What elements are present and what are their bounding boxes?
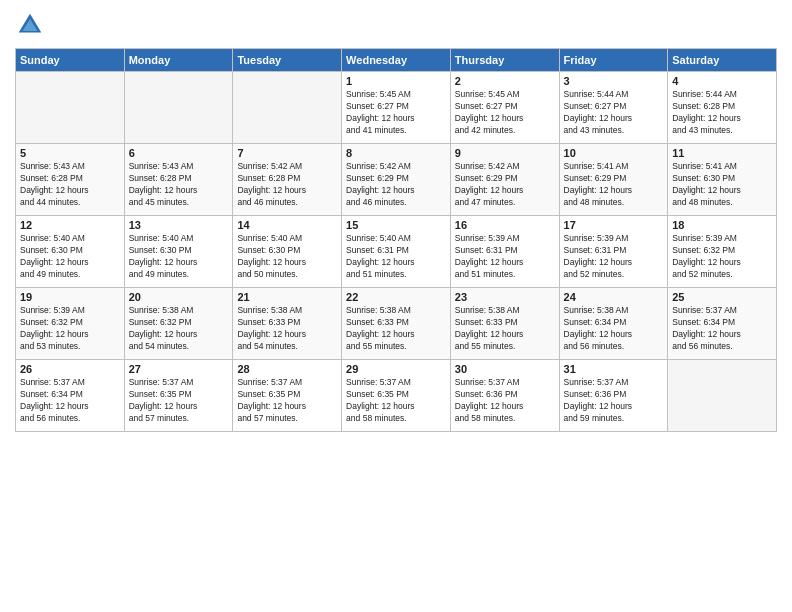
day-info: Sunrise: 5:37 AM Sunset: 6:35 PM Dayligh… <box>346 377 446 425</box>
day-info: Sunrise: 5:45 AM Sunset: 6:27 PM Dayligh… <box>455 89 555 137</box>
calendar-cell: 7Sunrise: 5:42 AM Sunset: 6:28 PM Daylig… <box>233 144 342 216</box>
day-number: 4 <box>672 75 772 87</box>
day-number: 10 <box>564 147 664 159</box>
day-info: Sunrise: 5:37 AM Sunset: 6:34 PM Dayligh… <box>672 305 772 353</box>
day-info: Sunrise: 5:41 AM Sunset: 6:29 PM Dayligh… <box>564 161 664 209</box>
day-number: 8 <box>346 147 446 159</box>
calendar-cell: 3Sunrise: 5:44 AM Sunset: 6:27 PM Daylig… <box>559 72 668 144</box>
day-info: Sunrise: 5:42 AM Sunset: 6:29 PM Dayligh… <box>455 161 555 209</box>
day-number: 19 <box>20 291 120 303</box>
weekday-header: Sunday <box>16 49 125 72</box>
calendar-week-row: 12Sunrise: 5:40 AM Sunset: 6:30 PM Dayli… <box>16 216 777 288</box>
day-number: 5 <box>20 147 120 159</box>
calendar-cell: 21Sunrise: 5:38 AM Sunset: 6:33 PM Dayli… <box>233 288 342 360</box>
calendar-cell: 10Sunrise: 5:41 AM Sunset: 6:29 PM Dayli… <box>559 144 668 216</box>
calendar-cell: 15Sunrise: 5:40 AM Sunset: 6:31 PM Dayli… <box>342 216 451 288</box>
day-info: Sunrise: 5:37 AM Sunset: 6:35 PM Dayligh… <box>237 377 337 425</box>
day-number: 7 <box>237 147 337 159</box>
day-info: Sunrise: 5:42 AM Sunset: 6:28 PM Dayligh… <box>237 161 337 209</box>
day-info: Sunrise: 5:39 AM Sunset: 6:32 PM Dayligh… <box>20 305 120 353</box>
calendar-cell <box>124 72 233 144</box>
day-number: 16 <box>455 219 555 231</box>
day-number: 21 <box>237 291 337 303</box>
weekday-header: Friday <box>559 49 668 72</box>
day-number: 20 <box>129 291 229 303</box>
day-number: 22 <box>346 291 446 303</box>
weekday-header: Thursday <box>450 49 559 72</box>
calendar-cell: 22Sunrise: 5:38 AM Sunset: 6:33 PM Dayli… <box>342 288 451 360</box>
day-number: 3 <box>564 75 664 87</box>
day-number: 26 <box>20 363 120 375</box>
day-number: 28 <box>237 363 337 375</box>
calendar-cell: 25Sunrise: 5:37 AM Sunset: 6:34 PM Dayli… <box>668 288 777 360</box>
calendar-cell: 9Sunrise: 5:42 AM Sunset: 6:29 PM Daylig… <box>450 144 559 216</box>
calendar-table: SundayMondayTuesdayWednesdayThursdayFrid… <box>15 48 777 432</box>
calendar-cell: 31Sunrise: 5:37 AM Sunset: 6:36 PM Dayli… <box>559 360 668 432</box>
day-number: 12 <box>20 219 120 231</box>
day-number: 14 <box>237 219 337 231</box>
calendar-cell: 16Sunrise: 5:39 AM Sunset: 6:31 PM Dayli… <box>450 216 559 288</box>
day-info: Sunrise: 5:38 AM Sunset: 6:34 PM Dayligh… <box>564 305 664 353</box>
header <box>15 10 777 40</box>
day-info: Sunrise: 5:43 AM Sunset: 6:28 PM Dayligh… <box>129 161 229 209</box>
weekday-header-row: SundayMondayTuesdayWednesdayThursdayFrid… <box>16 49 777 72</box>
day-info: Sunrise: 5:44 AM Sunset: 6:28 PM Dayligh… <box>672 89 772 137</box>
weekday-header: Saturday <box>668 49 777 72</box>
page: SundayMondayTuesdayWednesdayThursdayFrid… <box>0 0 792 612</box>
day-info: Sunrise: 5:39 AM Sunset: 6:31 PM Dayligh… <box>564 233 664 281</box>
day-number: 13 <box>129 219 229 231</box>
day-info: Sunrise: 5:37 AM Sunset: 6:36 PM Dayligh… <box>455 377 555 425</box>
calendar-cell: 30Sunrise: 5:37 AM Sunset: 6:36 PM Dayli… <box>450 360 559 432</box>
day-number: 11 <box>672 147 772 159</box>
day-info: Sunrise: 5:39 AM Sunset: 6:32 PM Dayligh… <box>672 233 772 281</box>
day-number: 27 <box>129 363 229 375</box>
calendar-cell: 23Sunrise: 5:38 AM Sunset: 6:33 PM Dayli… <box>450 288 559 360</box>
calendar-cell: 6Sunrise: 5:43 AM Sunset: 6:28 PM Daylig… <box>124 144 233 216</box>
day-info: Sunrise: 5:45 AM Sunset: 6:27 PM Dayligh… <box>346 89 446 137</box>
day-number: 15 <box>346 219 446 231</box>
calendar-cell: 20Sunrise: 5:38 AM Sunset: 6:32 PM Dayli… <box>124 288 233 360</box>
calendar-cell: 5Sunrise: 5:43 AM Sunset: 6:28 PM Daylig… <box>16 144 125 216</box>
calendar-cell: 19Sunrise: 5:39 AM Sunset: 6:32 PM Dayli… <box>16 288 125 360</box>
calendar-cell <box>16 72 125 144</box>
calendar-cell: 24Sunrise: 5:38 AM Sunset: 6:34 PM Dayli… <box>559 288 668 360</box>
calendar-cell: 4Sunrise: 5:44 AM Sunset: 6:28 PM Daylig… <box>668 72 777 144</box>
day-number: 6 <box>129 147 229 159</box>
day-info: Sunrise: 5:40 AM Sunset: 6:31 PM Dayligh… <box>346 233 446 281</box>
calendar-week-row: 5Sunrise: 5:43 AM Sunset: 6:28 PM Daylig… <box>16 144 777 216</box>
day-number: 31 <box>564 363 664 375</box>
calendar-cell: 28Sunrise: 5:37 AM Sunset: 6:35 PM Dayli… <box>233 360 342 432</box>
calendar-cell: 12Sunrise: 5:40 AM Sunset: 6:30 PM Dayli… <box>16 216 125 288</box>
calendar-cell <box>233 72 342 144</box>
calendar-week-row: 19Sunrise: 5:39 AM Sunset: 6:32 PM Dayli… <box>16 288 777 360</box>
calendar-cell: 27Sunrise: 5:37 AM Sunset: 6:35 PM Dayli… <box>124 360 233 432</box>
day-number: 23 <box>455 291 555 303</box>
day-info: Sunrise: 5:43 AM Sunset: 6:28 PM Dayligh… <box>20 161 120 209</box>
calendar-cell: 8Sunrise: 5:42 AM Sunset: 6:29 PM Daylig… <box>342 144 451 216</box>
weekday-header: Wednesday <box>342 49 451 72</box>
weekday-header: Monday <box>124 49 233 72</box>
day-info: Sunrise: 5:37 AM Sunset: 6:36 PM Dayligh… <box>564 377 664 425</box>
day-info: Sunrise: 5:38 AM Sunset: 6:33 PM Dayligh… <box>346 305 446 353</box>
day-number: 2 <box>455 75 555 87</box>
day-info: Sunrise: 5:38 AM Sunset: 6:32 PM Dayligh… <box>129 305 229 353</box>
calendar-cell <box>668 360 777 432</box>
day-number: 1 <box>346 75 446 87</box>
day-info: Sunrise: 5:44 AM Sunset: 6:27 PM Dayligh… <box>564 89 664 137</box>
day-info: Sunrise: 5:42 AM Sunset: 6:29 PM Dayligh… <box>346 161 446 209</box>
day-number: 25 <box>672 291 772 303</box>
logo-icon <box>15 10 45 40</box>
calendar-week-row: 26Sunrise: 5:37 AM Sunset: 6:34 PM Dayli… <box>16 360 777 432</box>
calendar-cell: 18Sunrise: 5:39 AM Sunset: 6:32 PM Dayli… <box>668 216 777 288</box>
day-info: Sunrise: 5:40 AM Sunset: 6:30 PM Dayligh… <box>129 233 229 281</box>
day-number: 24 <box>564 291 664 303</box>
day-info: Sunrise: 5:41 AM Sunset: 6:30 PM Dayligh… <box>672 161 772 209</box>
day-number: 18 <box>672 219 772 231</box>
logo <box>15 10 49 40</box>
weekday-header: Tuesday <box>233 49 342 72</box>
calendar-cell: 26Sunrise: 5:37 AM Sunset: 6:34 PM Dayli… <box>16 360 125 432</box>
calendar-cell: 17Sunrise: 5:39 AM Sunset: 6:31 PM Dayli… <box>559 216 668 288</box>
day-info: Sunrise: 5:38 AM Sunset: 6:33 PM Dayligh… <box>237 305 337 353</box>
day-number: 9 <box>455 147 555 159</box>
day-info: Sunrise: 5:40 AM Sunset: 6:30 PM Dayligh… <box>237 233 337 281</box>
